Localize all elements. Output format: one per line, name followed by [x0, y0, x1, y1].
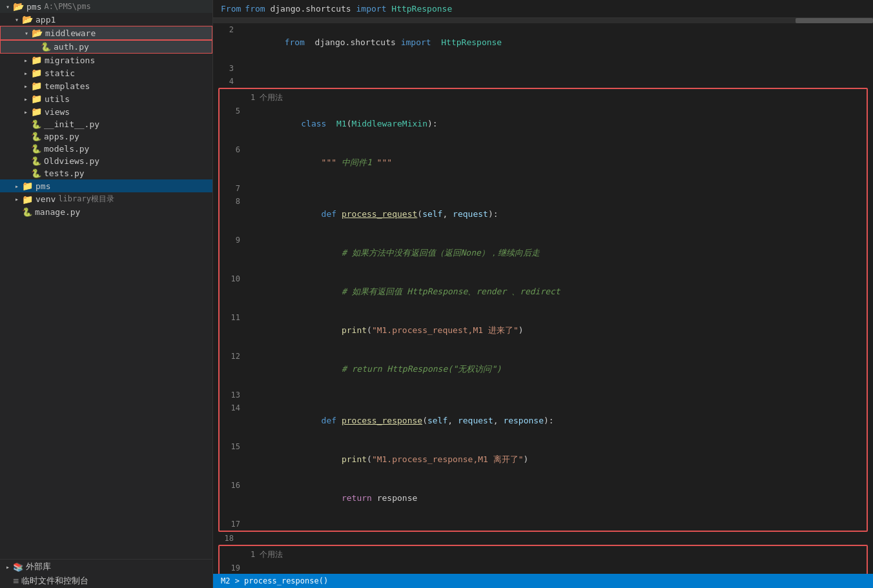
code-line-6: 6 """ 中间件1 """: [220, 143, 867, 182]
code-line-12: 12 # return HttpResponse("无权访问"): [220, 350, 867, 389]
sublabel: A:\PMS\pms: [44, 2, 90, 11]
from-label: From: [221, 4, 241, 14]
sidebar-item-app1[interactable]: app1: [0, 13, 212, 26]
code-line-5: 5 class M1(MiddlewareMixin):: [220, 105, 867, 143]
arrow-icon: [21, 57, 31, 64]
item-label: app1: [36, 15, 56, 25]
file-icon: [31, 68, 45, 78]
arrow-icon: [12, 16, 22, 23]
arrow-icon: [21, 30, 32, 37]
section-box-1: 1 个用法 5 class M1(MiddlewareMixin): 6 """…: [218, 88, 868, 532]
top-scrollbar[interactable]: [213, 18, 873, 23]
arrow-icon: [12, 196, 22, 203]
footer-icon: [13, 562, 26, 572]
sidebar-footer-ext-lib[interactable]: 外部库: [0, 560, 212, 574]
sidebar-footer: 外部库 临时文件和控制台: [0, 559, 212, 588]
sidebar: pms A:\PMS\pms app1 middleware auth.py m…: [0, 0, 213, 588]
item-label: apps.py: [44, 132, 79, 141]
sidebar-item-views[interactable]: views: [0, 105, 212, 118]
sidebar-item-static[interactable]: static: [0, 66, 212, 79]
code-line-18: 18: [213, 532, 873, 545]
code-line-7: 7: [220, 182, 867, 195]
item-label: auth.py: [54, 42, 89, 52]
section-box-2: 1 个用法 19 class M2(MiddlewareMixin): 20 "…: [218, 545, 868, 574]
code-line-17: 17: [220, 518, 867, 531]
file-icon: [31, 94, 45, 104]
item-label: migrations: [45, 56, 95, 65]
file-icon: [31, 81, 45, 91]
item-label: pms: [36, 181, 50, 191]
status-bar: M2 > process_response(): [213, 574, 873, 588]
file-icon: [22, 14, 36, 25]
file-icon: [31, 144, 44, 154]
item-label: pms: [26, 2, 41, 12]
sidebar-item-migrations[interactable]: migrations: [0, 54, 212, 66]
file-icon: [22, 194, 36, 205]
code-line-11: 11 print("M1.process_request,M1 进来了"): [220, 311, 867, 350]
code-line-13: 13: [220, 389, 867, 401]
code-line-3: 3: [213, 62, 873, 75]
sidebar-item-templates[interactable]: templates: [0, 79, 212, 92]
sidebar-item-init-py[interactable]: __init__.py: [0, 118, 212, 130]
code-line-15: 15 print("M1.process_response,M1 离开了"): [220, 440, 867, 479]
file-icon: [31, 119, 44, 129]
sidebar-item-manage-py[interactable]: manage.py: [0, 206, 212, 218]
editor-top-bar: From from django.shortcuts import HttpRe…: [213, 0, 873, 18]
status-breadcrumb: M2 > process_response(): [221, 576, 328, 585]
item-label: __init__.py: [44, 119, 99, 129]
file-icon: [13, 1, 26, 12]
code-line-9: 9 # 如果方法中没有返回值（返回None），继续向后走: [220, 234, 867, 272]
file-icon: [31, 156, 44, 166]
sidebar-item-venv[interactable]: venv library根目录: [0, 192, 212, 206]
sidebar-item-pms[interactable]: pms: [0, 179, 212, 192]
file-icon: [32, 28, 45, 38]
code-line-10: 10 # 如果有返回值 HttpResponse、render 、redirec…: [220, 272, 867, 311]
file-tree: pms A:\PMS\pms app1 middleware auth.py m…: [0, 0, 212, 218]
file-icon: [31, 132, 44, 141]
sidebar-item-apps-py[interactable]: apps.py: [0, 130, 212, 143]
item-label: static: [45, 68, 75, 78]
sidebar-item-middleware[interactable]: middleware: [0, 26, 212, 40]
item-label: utils: [45, 94, 70, 104]
arrow-icon: [21, 108, 31, 116]
file-icon: [41, 42, 54, 52]
file-icon: [22, 181, 36, 191]
sidebar-item-tests-py[interactable]: tests.py: [0, 167, 212, 179]
item-label: venv: [36, 194, 56, 204]
file-icon: [31, 106, 45, 117]
code-line-19: 19 class M2(MiddlewareMixin):: [220, 562, 867, 574]
arrow-icon: [21, 70, 31, 77]
sidebar-item-models-py[interactable]: models.py: [0, 143, 212, 155]
code-line-8: 8 def process_request(self, request):: [220, 195, 867, 234]
sidebar-footer-temp-console[interactable]: 临时文件和控制台: [0, 574, 212, 588]
footer-label: 临时文件和控制台: [21, 575, 88, 587]
arrow-icon: [21, 83, 31, 90]
item-label: tests.py: [44, 168, 85, 178]
arrow-icon: [3, 3, 13, 10]
sidebar-item-auth-py[interactable]: auth.py: [0, 40, 212, 54]
editor: From from django.shortcuts import HttpRe…: [213, 0, 873, 588]
top-import-code: from django.shortcuts import HttpRespons…: [245, 4, 452, 14]
arrow-icon: [12, 183, 22, 190]
sidebar-item-oldviews-py[interactable]: Oldviews.py: [0, 155, 212, 167]
item-label: views: [45, 107, 70, 117]
footer-label: 外部库: [26, 561, 51, 573]
arrow-icon: [21, 96, 31, 103]
item-label: Oldviews.py: [44, 156, 99, 166]
code-area[interactable]: 2 from django.shortcuts import HttpRespo…: [213, 23, 873, 574]
file-icon: [31, 55, 45, 65]
sidebar-item-utils[interactable]: utils: [0, 92, 212, 105]
usage-hint-2: 1 个用法: [220, 546, 867, 562]
file-icon: [22, 207, 35, 217]
footer-icon: [13, 575, 21, 587]
item-label: templates: [45, 81, 90, 91]
item-label: manage.py: [35, 207, 80, 217]
sublabel: library根目录: [58, 194, 114, 205]
file-icon: [31, 168, 44, 178]
code-line-16: 16 return response: [220, 479, 867, 518]
item-label: middleware: [45, 28, 96, 38]
footer-tree: 外部库 临时文件和控制台: [0, 560, 212, 588]
arrow-icon: [3, 563, 13, 571]
sidebar-item-pms-root[interactable]: pms A:\PMS\pms: [0, 0, 212, 13]
usage-hint-1: 1 个用法: [220, 89, 867, 105]
